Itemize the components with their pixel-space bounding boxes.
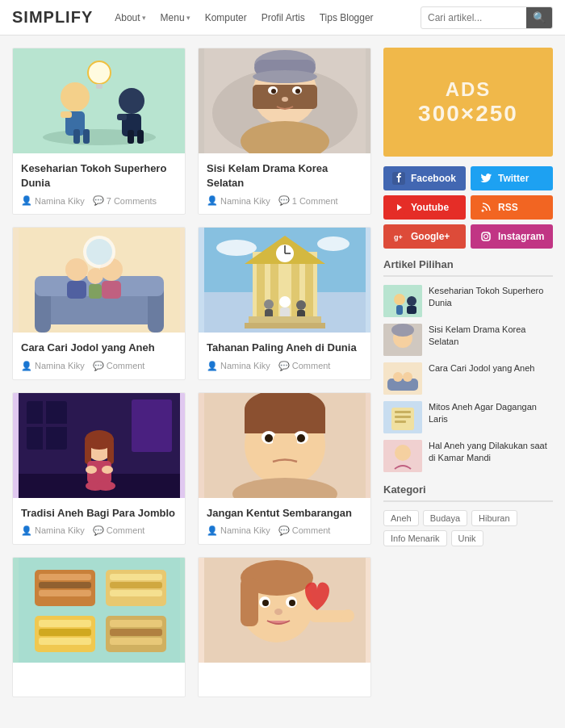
comment-icon: 💬 xyxy=(93,361,104,371)
svg-rect-60 xyxy=(245,323,325,328)
twitter-button[interactable]: Twitter xyxy=(471,166,553,190)
svg-rect-48 xyxy=(305,264,313,316)
artikel-pilihan-title: Artikel Pilihan xyxy=(383,258,553,277)
social-grid: Facebook Twitter Youtube RSS xyxy=(383,166,553,249)
artikel-thumb-img-2 xyxy=(383,324,422,356)
svg-point-75 xyxy=(86,466,97,474)
svg-rect-95 xyxy=(39,582,91,588)
svg-rect-106 xyxy=(110,620,162,627)
article-thumb-jodol xyxy=(13,228,185,333)
youtube-button[interactable]: Youtube xyxy=(383,195,466,220)
svg-point-9 xyxy=(119,88,144,114)
article-title-jomblo: Tradisi Aneh Bagi Para Jomblo xyxy=(21,506,177,521)
nav-menu[interactable]: Menu ▾ xyxy=(155,9,196,27)
sidebar: ADS 300×250 Facebook Twitter You xyxy=(383,48,553,697)
rss-icon xyxy=(479,200,493,215)
artikel-thumb-img-1 xyxy=(383,285,422,317)
article-card-jodol[interactable]: Cara Cari Jodol yang Aneh 👤 Namina Kiky … xyxy=(12,227,186,379)
svg-point-55 xyxy=(279,296,291,308)
svg-rect-142 xyxy=(387,379,418,391)
article-title-tahanan: Tahanan Paling Aneh di Dunia xyxy=(207,341,362,355)
kategori-section: Kategori Aneh Budaya Hiburan Info Menari… xyxy=(383,483,553,546)
svg-rect-71 xyxy=(107,440,114,464)
article-card-love[interactable] xyxy=(198,557,371,697)
article-card-food[interactable] xyxy=(12,557,186,697)
svg-rect-149 xyxy=(395,420,406,423)
tag-list: Aneh Budaya Hiburan Info Menarik Unik xyxy=(383,510,553,546)
chevron-down-icon: ▾ xyxy=(186,14,190,22)
svg-rect-96 xyxy=(39,590,91,596)
comment-meta: 💬 Comment xyxy=(93,361,145,371)
article-card-kentut[interactable]: Jangan Kentut Sembarangan 👤 Namina Kiky … xyxy=(198,392,371,545)
nav-about[interactable]: About ▾ xyxy=(109,9,151,27)
search-box: 🔍 xyxy=(421,6,553,29)
facebook-button[interactable]: Facebook xyxy=(383,166,466,190)
svg-rect-135 xyxy=(396,305,403,315)
artikel-item-3[interactable]: Cara Cari Jodol yang Aneh xyxy=(383,362,553,395)
article-card-korea[interactable]: Sisi Kelam Drama Korea Selatan 👤 Namina … xyxy=(198,48,371,215)
svg-point-144 xyxy=(403,372,412,382)
article-thumb-korea xyxy=(199,48,370,153)
article-thumb-tahanan xyxy=(199,228,370,333)
article-card-tahanan[interactable]: Tahanan Paling Aneh di Dunia 👤 Namina Ki… xyxy=(198,227,371,379)
googleplus-button[interactable]: g+ Google+ xyxy=(383,224,466,249)
article-grid: Keseharian Tokoh Superhero Dunia 👤 Namin… xyxy=(12,48,371,697)
search-button[interactable]: 🔍 xyxy=(526,6,552,29)
ads-text-line1: ADS xyxy=(446,78,492,101)
artikel-thumb-5 xyxy=(383,440,422,472)
ads-banner[interactable]: ADS 300×250 xyxy=(383,48,553,157)
twitter-label: Twitter xyxy=(498,173,529,184)
svg-rect-46 xyxy=(270,264,278,316)
article-card-superhero[interactable]: Keseharian Tokoh Superhero Dunia 👤 Namin… xyxy=(12,48,186,215)
tag-hiburan[interactable]: Hiburan xyxy=(471,510,517,526)
instagram-button[interactable]: Instagram xyxy=(471,224,553,249)
artikel-item-title-5: Hal Aneh yang Dilakukan saat di Kamar Ma… xyxy=(429,440,553,465)
svg-point-132 xyxy=(488,233,490,235)
svg-point-117 xyxy=(289,600,295,606)
artikel-item-4[interactable]: Mitos Aneh Agar Dagangan Laris xyxy=(383,401,553,433)
facebook-label: Facebook xyxy=(411,173,456,184)
svg-point-74 xyxy=(96,481,115,491)
tag-unik[interactable]: Unik xyxy=(451,530,483,546)
twitter-icon xyxy=(479,171,493,186)
article-info-love xyxy=(199,663,370,697)
svg-rect-148 xyxy=(395,416,411,418)
article-thumb-kentut xyxy=(199,393,370,498)
nav-komputer[interactable]: Komputer xyxy=(199,9,253,27)
svg-point-43 xyxy=(317,236,349,251)
article-title-food xyxy=(21,671,177,684)
svg-rect-81 xyxy=(245,409,325,433)
article-title-korea: Sisi Kelam Drama Korea Selatan xyxy=(207,161,362,190)
svg-point-19 xyxy=(253,70,317,83)
search-input[interactable] xyxy=(421,12,526,23)
article-card-jomblo[interactable]: Tradisi Aneh Bagi Para Jomblo 👤 Namina K… xyxy=(12,392,186,545)
artikel-item-2[interactable]: Sisi Kelam Drama Korea Selatan xyxy=(383,324,553,356)
artikel-thumb-3 xyxy=(383,362,422,395)
artikel-item-1[interactable]: Keseharian Tokoh Superhero Dunia xyxy=(383,285,553,317)
svg-point-24 xyxy=(295,89,300,94)
svg-point-25 xyxy=(282,97,288,102)
tag-info-menarik[interactable]: Info Menarik xyxy=(383,530,447,546)
artikel-item-title-2: Sisi Kelam Drama Korea Selatan xyxy=(429,324,553,349)
svg-point-118 xyxy=(274,609,282,615)
svg-point-39 xyxy=(86,239,112,265)
youtube-icon xyxy=(391,200,406,215)
nav-profil-artis[interactable]: Profil Artis xyxy=(256,9,311,27)
rss-button[interactable]: RSS xyxy=(471,195,553,220)
artikel-item-5[interactable]: Hal Aneh yang Dilakukan saat di Kamar Ma… xyxy=(383,440,553,472)
nav-tips-blogger[interactable]: Tips Blogger xyxy=(314,9,379,27)
tag-budaya[interactable]: Budaya xyxy=(423,510,467,526)
user-icon: 👤 xyxy=(207,195,218,206)
site-logo[interactable]: SIMPLIFY xyxy=(12,8,93,27)
svg-point-7 xyxy=(88,61,111,84)
tag-aneh[interactable]: Aneh xyxy=(383,510,419,526)
comment-icon: 💬 xyxy=(278,195,290,206)
artikel-thumb-img-3 xyxy=(383,362,422,395)
article-thumb-food xyxy=(13,558,185,663)
svg-point-53 xyxy=(264,299,274,309)
article-info-tahanan: Tahanan Paling Aneh di Dunia 👤 Namina Ki… xyxy=(199,333,370,379)
author-meta: 👤 Namina Kiky xyxy=(207,361,270,371)
comment-icon: 💬 xyxy=(278,361,290,371)
article-info-jomblo: Tradisi Aneh Bagi Para Jomblo 👤 Namina K… xyxy=(13,498,185,544)
svg-point-2 xyxy=(61,82,90,111)
